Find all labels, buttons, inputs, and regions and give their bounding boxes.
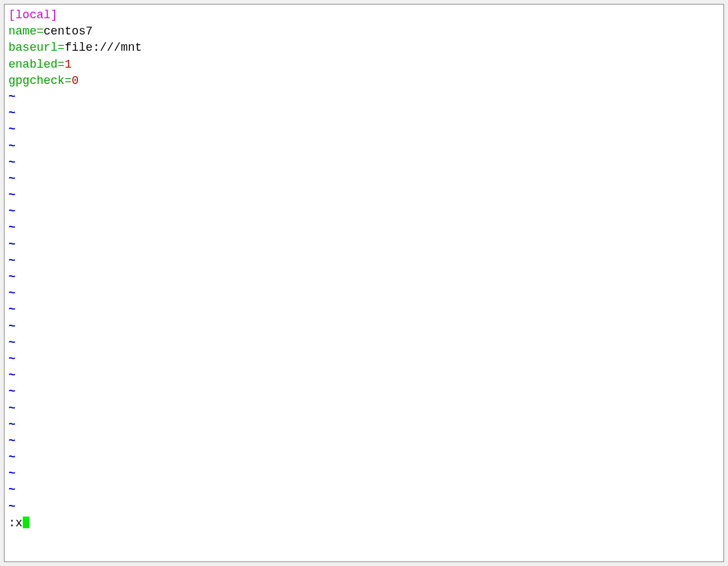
empty-line-tilde: ~ — [8, 466, 720, 482]
tilde-marker: ~ — [8, 418, 16, 431]
empty-line-tilde: ~ — [8, 269, 720, 286]
empty-line-tilde: ~ — [8, 401, 720, 417]
tilde-marker: ~ — [8, 320, 16, 333]
tilde-marker: ~ — [8, 271, 16, 284]
tilde-marker: ~ — [8, 107, 16, 120]
empty-line-tilde: ~ — [8, 335, 720, 351]
empty-line-tilde: ~ — [8, 450, 720, 466]
tilde-marker: ~ — [8, 90, 16, 103]
empty-line-tilde: ~ — [8, 482, 720, 498]
tilde-marker: ~ — [8, 238, 16, 251]
empty-line-tilde: ~ — [8, 368, 720, 384]
config-value: centos7 — [44, 25, 93, 38]
tilde-marker: ~ — [8, 402, 16, 415]
empty-line-tilde: ~ — [8, 433, 720, 450]
section-header-text: [local] — [8, 8, 58, 21]
tilde-marker: ~ — [8, 221, 16, 234]
tilde-marker: ~ — [8, 451, 16, 464]
empty-line-tilde: ~ — [8, 319, 720, 335]
vim-editor-window[interactable]: [local] name=centos7 baseurl=file:///mnt… — [4, 4, 724, 562]
empty-line-tilde: ~ — [8, 220, 720, 236]
config-value: 0 — [72, 74, 79, 87]
file-line-section-header: [local] — [8, 7, 720, 23]
file-line-enabled: enabled=1 — [8, 57, 720, 73]
config-key: name= — [8, 25, 44, 38]
tilde-marker: ~ — [8, 385, 16, 398]
empty-line-tilde: ~ — [8, 417, 720, 433]
empty-line-tilde: ~ — [8, 384, 720, 400]
empty-line-tilde: ~ — [8, 204, 720, 220]
empty-line-tilde: ~ — [8, 105, 720, 122]
empty-line-tilde: ~ — [8, 237, 720, 253]
tilde-marker: ~ — [8, 336, 16, 349]
tilde-marker: ~ — [8, 483, 16, 496]
editor-content-area[interactable]: [local] name=centos7 baseurl=file:///mnt… — [8, 7, 720, 559]
tilde-marker: ~ — [8, 369, 16, 382]
empty-line-tilde: ~ — [8, 351, 720, 368]
cursor-icon — [23, 517, 29, 528]
tilde-marker: ~ — [8, 353, 16, 366]
tilde-marker: ~ — [8, 140, 16, 153]
empty-line-tilde: ~ — [8, 89, 720, 105]
tilde-marker: ~ — [8, 172, 16, 185]
vim-command-line[interactable]: :x — [8, 515, 720, 532]
tilde-marker: ~ — [8, 205, 16, 218]
tilde-marker: ~ — [8, 254, 16, 267]
tilde-marker: ~ — [8, 303, 16, 316]
tilde-marker: ~ — [8, 500, 16, 513]
command-text: :x — [8, 517, 23, 530]
config-key: enabled= — [8, 58, 64, 71]
empty-line-tilde: ~ — [8, 139, 720, 155]
empty-line-tilde: ~ — [8, 499, 720, 515]
empty-line-tilde: ~ — [8, 253, 720, 269]
config-value: file:///mnt — [64, 41, 142, 54]
tilde-marker: ~ — [8, 123, 16, 136]
empty-line-tilde: ~ — [8, 302, 720, 318]
empty-line-tilde: ~ — [8, 187, 720, 204]
config-key: baseurl= — [8, 41, 64, 54]
config-key: gpgcheck= — [8, 74, 72, 87]
file-line-baseurl: baseurl=file:///mnt — [8, 40, 720, 56]
empty-line-tilde: ~ — [8, 286, 720, 302]
tilde-marker: ~ — [8, 287, 16, 300]
tilde-marker: ~ — [8, 435, 16, 448]
empty-line-tilde: ~ — [8, 171, 720, 187]
empty-line-tilde: ~ — [8, 155, 720, 171]
tilde-marker: ~ — [8, 189, 16, 202]
tilde-marker: ~ — [8, 156, 16, 169]
empty-line-tilde: ~ — [8, 122, 720, 138]
config-value: 1 — [64, 58, 72, 71]
tilde-marker: ~ — [8, 467, 16, 480]
file-line-gpgcheck: gpgcheck=0 — [8, 73, 720, 89]
file-line-name: name=centos7 — [8, 23, 720, 40]
